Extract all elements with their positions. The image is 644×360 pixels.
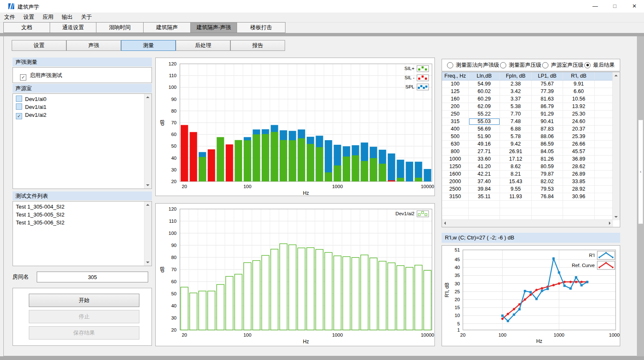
table-cell[interactable]: 7.70	[500, 111, 532, 118]
table-cell[interactable]: 17.12	[500, 156, 532, 163]
table-cell[interactable]: 41.20	[469, 163, 500, 170]
table-cell[interactable]: 15.43	[500, 178, 532, 185]
menu-item-2[interactable]: 设置	[19, 13, 38, 22]
scroll-down-arrow[interactable]	[613, 213, 620, 220]
table-header-cell[interactable]: FpIn, dB	[500, 72, 532, 80]
table-cell[interactable]: 2000	[442, 178, 469, 185]
table-row[interactable]: 315035.1111.9376.8430.96	[442, 193, 613, 201]
intensity-spectrum-chart[interactable]: 203040506070809010011012020100100010000H…	[155, 58, 435, 196]
table-cell[interactable]	[500, 208, 532, 215]
table-cell[interactable]	[563, 208, 595, 215]
main-tab-6[interactable]: 楼板打击	[237, 22, 285, 33]
table-cell[interactable]	[595, 88, 613, 95]
test-file-item[interactable]: Test 1_305-006_SI2	[13, 219, 152, 227]
sub-tab-4[interactable]: 后处理	[176, 40, 230, 51]
enable-intensity-checkbox[interactable]: ✓	[20, 72, 26, 81]
table-header-cell[interactable]: R'I, dB	[563, 72, 595, 80]
table-cell[interactable]: 88.06	[532, 133, 563, 140]
table-cell[interactable]: 8.62	[500, 163, 532, 170]
table-cell[interactable]: 28.62	[563, 163, 595, 170]
table-cell[interactable]	[595, 171, 613, 178]
table-cell[interactable]: 1600	[442, 171, 469, 178]
start-button[interactable]: 开始	[29, 294, 139, 307]
table-cell[interactable]: 200	[442, 103, 469, 110]
table-cell[interactable]	[469, 201, 500, 208]
table-cell[interactable]: 60.02	[469, 88, 500, 95]
table-cell[interactable]: 160	[442, 96, 469, 103]
table-header-cell[interactable]: LIn,dB	[469, 72, 500, 80]
panel-collapse-splitter[interactable]: ‹	[638, 120, 643, 224]
table-cell[interactable]	[595, 201, 613, 208]
table-cell[interactable]	[595, 186, 613, 193]
table-cell[interactable]: 25.30	[563, 111, 595, 118]
table-cell[interactable]: 1000	[442, 156, 469, 163]
table-cell[interactable]: 75.67	[532, 81, 563, 88]
radio-option-4[interactable]: 最后结果	[584, 61, 615, 69]
table-cell[interactable]	[532, 208, 563, 215]
table-cell[interactable]: 33.60	[469, 156, 500, 163]
table-cell[interactable]: 8.21	[500, 171, 532, 178]
table-cell[interactable]: 315	[442, 118, 469, 125]
table-cell[interactable]: 26.89	[563, 171, 595, 178]
table-header-cell[interactable]	[595, 72, 613, 80]
source-room-spl-chart[interactable]: 203040506070809010011012020100100010000H…	[155, 203, 435, 346]
save-results-button[interactable]: 保存结果	[29, 326, 139, 340]
table-cell[interactable]	[442, 201, 469, 208]
table-cell[interactable]	[595, 81, 613, 88]
table-cell[interactable]	[595, 111, 613, 118]
table-row[interactable]: 12560.023.4277.396.60	[442, 88, 613, 96]
table-cell[interactable]: 3.37	[500, 96, 532, 103]
sub-tab-5[interactable]: 报告	[230, 40, 285, 51]
sub-tab-2[interactable]: 声强	[66, 40, 121, 51]
table-cell[interactable]: 62.09	[469, 103, 500, 110]
table-cell[interactable]: 2.38	[500, 81, 532, 88]
table-cell[interactable]	[595, 156, 613, 163]
table-cell[interactable]	[595, 133, 613, 140]
ri-rating-chart[interactable]: 5145403530252015105120100100010000HzR'I,…	[442, 245, 620, 346]
room-name-input[interactable]	[37, 272, 148, 282]
radio-option-2[interactable]: 测量面声压级	[500, 61, 541, 69]
table-cell[interactable]	[532, 201, 563, 208]
test-file-item[interactable]: Test 1_305-005_SI2	[13, 211, 152, 219]
file-list-scrollbar[interactable]	[144, 201, 152, 266]
table-cell[interactable]: 5.38	[500, 103, 532, 110]
table-cell[interactable]: 54.99	[469, 81, 500, 88]
table-cell[interactable]: 250	[442, 111, 469, 118]
table-header-cell[interactable]: LP1, dB	[532, 72, 563, 80]
table-cell[interactable]	[595, 126, 613, 133]
table-cell[interactable]	[469, 208, 500, 215]
table-cell[interactable]: 26.91	[500, 148, 532, 155]
table-cell[interactable]: 2500	[442, 186, 469, 193]
table-cell[interactable]: 30.96	[563, 193, 595, 200]
table-cell[interactable]: 79.87	[532, 171, 563, 178]
table-cell[interactable]: 76.84	[532, 193, 563, 200]
table-cell[interactable]: 51.90	[469, 133, 500, 140]
table-cell[interactable]: 400	[442, 126, 469, 133]
table-cell[interactable]	[595, 163, 613, 170]
table-row[interactable]: 50051.905.7888.0625.39	[442, 133, 613, 141]
table-cell[interactable]: 33.85	[563, 178, 595, 185]
table-cell[interactable]	[442, 208, 469, 215]
sub-tab-3[interactable]: 测量	[121, 40, 176, 51]
menu-item-5[interactable]: 关于	[77, 13, 96, 22]
scroll-up-arrow[interactable]	[144, 94, 152, 101]
table-cell[interactable]: 100	[442, 81, 469, 88]
table-cell[interactable]: 82.02	[532, 178, 563, 185]
test-file-item[interactable]: Test 1_305-004_SI2	[13, 203, 152, 211]
table-row[interactable]: 250039.849.5579.5328.92	[442, 186, 613, 193]
table-cell[interactable]: 86.59	[532, 141, 563, 148]
scroll-down-arrow[interactable]	[144, 259, 152, 266]
table-row[interactable]: 63049.169.4286.5926.66	[442, 141, 613, 148]
table-cell[interactable]: 9.55	[500, 186, 532, 193]
scroll-left-arrow[interactable]	[442, 220, 449, 227]
table-cell[interactable]: 125	[442, 88, 469, 95]
table-cell[interactable]: 81.63	[532, 96, 563, 103]
table-cell[interactable]: 6.88	[500, 126, 532, 133]
table-cell[interactable]: 79.53	[532, 186, 563, 193]
table-cell[interactable]: 1250	[442, 163, 469, 170]
checkbox-icon[interactable]	[16, 96, 22, 102]
main-tab-1[interactable]: 文档	[3, 22, 50, 33]
checkbox-icon[interactable]: ✓	[16, 113, 22, 119]
table-row[interactable]: 40056.696.8887.8320.37	[442, 126, 613, 133]
scroll-down-arrow[interactable]	[144, 181, 152, 189]
